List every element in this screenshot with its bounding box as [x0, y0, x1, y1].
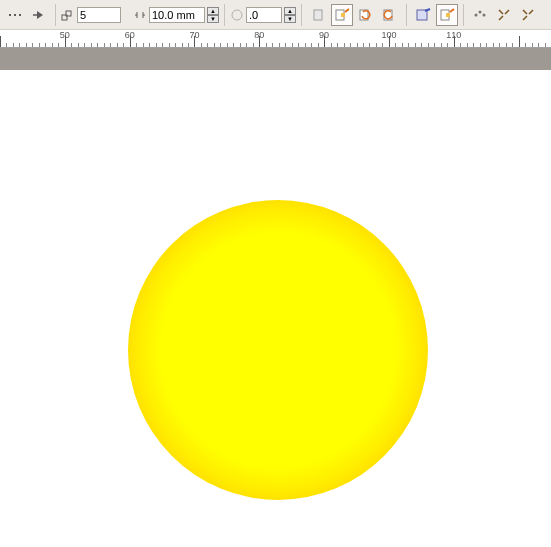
gradient-circle-object[interactable]	[128, 200, 428, 500]
svg-point-21	[483, 13, 486, 16]
ccw-colors-button[interactable]	[379, 4, 401, 26]
cw-colors-button[interactable]	[355, 4, 377, 26]
ruler-label: 110	[446, 30, 461, 40]
svg-rect-13	[341, 13, 345, 17]
svg-point-10	[232, 10, 242, 20]
ruler-label: 50	[60, 30, 70, 40]
accel-button-1[interactable]	[412, 4, 434, 26]
accel-button-2[interactable]	[436, 4, 458, 26]
spinner-down[interactable]: ▼	[207, 15, 219, 23]
dash-icon	[7, 7, 23, 23]
spinner-up[interactable]: ▲	[284, 7, 296, 15]
separator	[406, 4, 407, 26]
separator	[463, 4, 464, 26]
offset-input[interactable]	[149, 7, 205, 23]
direct-colors-button[interactable]	[331, 4, 353, 26]
opt-button-1[interactable]	[307, 4, 329, 26]
separator	[301, 4, 302, 26]
sheet-icon	[310, 7, 326, 23]
offset-icon	[133, 8, 147, 22]
ruler-label: 80	[254, 30, 264, 40]
separator	[55, 4, 56, 26]
ruler-label: 60	[125, 30, 135, 40]
rotation-icon	[230, 8, 244, 22]
spinner-up[interactable]: ▲	[207, 7, 219, 15]
svg-point-19	[475, 13, 478, 16]
offset-spinner[interactable]: ▲ ▼	[207, 7, 219, 23]
misc-button-1[interactable]	[469, 4, 491, 26]
spinner-down[interactable]: ▼	[284, 15, 296, 23]
secondary-input[interactable]	[246, 7, 282, 23]
steps-icon	[61, 8, 75, 22]
ruler-label: 70	[189, 30, 199, 40]
arrow-right-button[interactable]	[28, 4, 50, 26]
svg-rect-18	[446, 13, 450, 17]
palette-color-icon	[333, 7, 351, 23]
separator	[224, 4, 225, 26]
obj-accel-icon	[414, 7, 432, 23]
palette-cw-icon	[357, 7, 375, 23]
steps-input[interactable]	[77, 7, 121, 23]
misc-button-2[interactable]	[493, 4, 515, 26]
dots-icon	[472, 7, 488, 23]
secondary-spinner[interactable]: ▲ ▼	[284, 7, 296, 23]
ruler-label: 100	[381, 30, 396, 40]
secondary-group: ▲ ▼	[230, 7, 296, 23]
palette-ccw-icon	[381, 7, 399, 23]
property-toolbar: ▲ ▼ ▲ ▼	[0, 0, 551, 30]
diverge-icon	[520, 7, 536, 23]
horizontal-ruler[interactable]: 5060708090100110	[0, 30, 551, 48]
svg-point-20	[479, 10, 482, 13]
dash-pattern-button[interactable]	[4, 4, 26, 26]
svg-rect-11	[314, 10, 322, 20]
page-canvas[interactable]	[0, 70, 551, 547]
arrow-right-icon	[31, 7, 47, 23]
steps-group: ▲ ▼	[61, 7, 219, 23]
misc-button-3[interactable]	[517, 4, 539, 26]
ruler-label: 90	[319, 30, 329, 40]
color-accel-icon	[438, 7, 456, 23]
converge-icon	[496, 7, 512, 23]
